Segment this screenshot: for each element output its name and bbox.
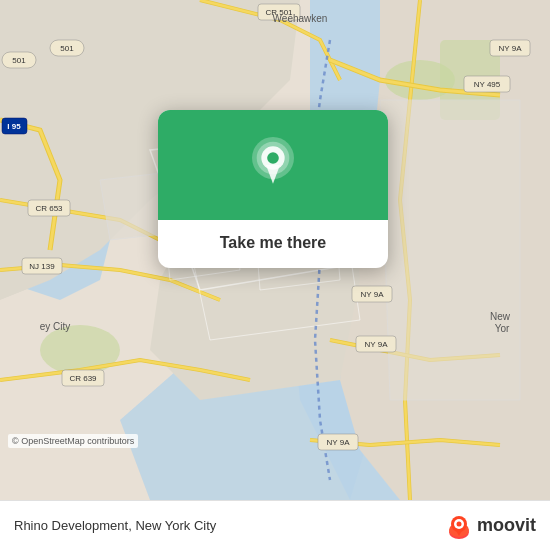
location-info: Rhino Development, New York City xyxy=(14,518,216,533)
moovit-brand-label: moovit xyxy=(477,515,536,536)
svg-text:NY 9A: NY 9A xyxy=(365,340,389,349)
bottom-bar: Rhino Development, New York City moovit xyxy=(0,500,550,550)
svg-text:Yor: Yor xyxy=(495,323,510,334)
map-container[interactable]: CR 501 I 95 NY 9A NY 495 CR 653 NJ 139 N… xyxy=(0,0,550,500)
svg-text:501: 501 xyxy=(12,56,26,65)
location-card: Take me there xyxy=(158,110,388,268)
svg-text:NY 9A: NY 9A xyxy=(327,438,351,447)
svg-point-47 xyxy=(456,521,461,526)
svg-text:NY 9A: NY 9A xyxy=(361,290,385,299)
svg-text:ey City: ey City xyxy=(40,321,71,332)
moovit-logo-icon xyxy=(445,512,473,540)
svg-point-41 xyxy=(267,152,279,164)
svg-text:Weehawken: Weehawken xyxy=(273,13,328,24)
location-label: Rhino Development, New York City xyxy=(14,518,216,533)
svg-text:NY 9A: NY 9A xyxy=(499,44,523,53)
location-pin-icon xyxy=(248,137,298,193)
card-footer: Take me there xyxy=(158,220,388,268)
svg-point-9 xyxy=(40,325,120,375)
svg-text:New: New xyxy=(490,311,511,322)
svg-text:CR 639: CR 639 xyxy=(69,374,97,383)
card-header xyxy=(158,110,388,220)
osm-attribution: © OpenStreetMap contributors xyxy=(8,434,138,448)
svg-text:NY 495: NY 495 xyxy=(474,80,501,89)
svg-text:501: 501 xyxy=(60,44,74,53)
take-me-there-button[interactable]: Take me there xyxy=(220,234,326,252)
svg-text:CR 653: CR 653 xyxy=(35,204,63,213)
moovit-logo: moovit xyxy=(445,512,536,540)
svg-text:NJ 139: NJ 139 xyxy=(29,262,55,271)
svg-text:I 95: I 95 xyxy=(7,122,21,131)
